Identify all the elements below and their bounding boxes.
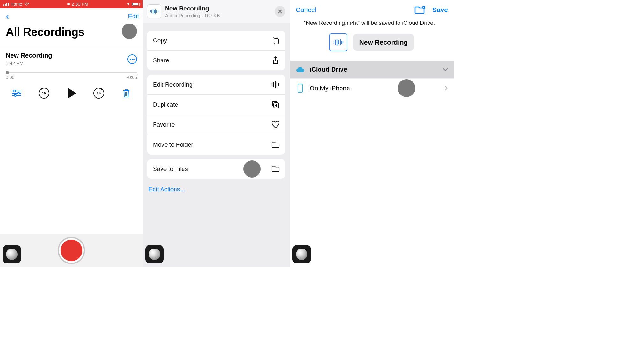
recording-name: New Recording <box>6 52 52 59</box>
action-share-label: Share <box>153 57 169 64</box>
copy-icon <box>271 36 280 45</box>
action-move-label: Move to Folder <box>153 141 193 148</box>
audio-file-icon <box>329 33 347 51</box>
scrubber-knob[interactable] <box>6 71 9 74</box>
folder-icon <box>271 165 280 173</box>
battery-icon <box>132 3 140 6</box>
action-edit-label: Edit Recording <box>153 81 193 88</box>
recording-indicator-icon <box>67 3 70 5</box>
delete-button[interactable] <box>119 86 134 101</box>
remaining-time: -0:06 <box>127 75 137 80</box>
share-sheet-screen: New Recording Audio Recording · 167 KB C… <box>143 0 290 267</box>
action-copy[interactable]: Copy <box>147 31 285 50</box>
file-name-field[interactable]: New Recording <box>353 34 414 51</box>
skip-back-label: 15 <box>42 91 46 95</box>
scrubber[interactable] <box>6 72 137 73</box>
voice-memos-screen: Home 2:30 PM ‹ Edit All Recordings New R… <box>0 0 143 267</box>
action-edit-recording[interactable]: Edit Recording <box>147 75 285 94</box>
edit-actions-button[interactable]: Edit Actions... <box>147 179 285 200</box>
action-copy-label: Copy <box>153 37 167 44</box>
save-description: “New Recording.m4a” will be saved to iCl… <box>290 17 454 32</box>
edit-button[interactable]: Edit <box>128 13 139 20</box>
status-time: 2:30 PM <box>72 2 88 7</box>
action-favorite-label: Favorite <box>153 121 175 128</box>
page-title: All Recordings <box>0 23 143 45</box>
svg-point-29 <box>300 91 301 92</box>
play-button[interactable] <box>64 86 79 101</box>
action-duplicate-label: Duplicate <box>153 101 178 108</box>
signal-bars-icon <box>3 3 9 6</box>
touch-indicator <box>122 24 137 39</box>
svg-point-5 <box>14 94 16 96</box>
play-icon <box>68 88 76 98</box>
assistive-touch-icon <box>6 248 18 260</box>
location-icloud-drive[interactable]: iCloud Drive <box>290 61 454 78</box>
more-options-button[interactable] <box>127 54 137 64</box>
svg-point-3 <box>14 90 16 92</box>
back-button[interactable]: ‹ <box>4 11 11 21</box>
action-save-label: Save to Files <box>153 165 188 172</box>
assistive-touch-button[interactable] <box>292 245 311 263</box>
touch-indicator <box>243 160 261 178</box>
action-save-to-files[interactable]: Save to Files <box>147 159 285 179</box>
touch-indicator <box>398 79 415 97</box>
waveform-icon <box>271 80 280 89</box>
save-to-files-screen: Cancel Save “New Recording.m4a” will be … <box>290 0 454 267</box>
wifi-icon <box>24 2 29 6</box>
location-icon <box>126 2 130 6</box>
assistive-touch-button[interactable] <box>3 245 21 263</box>
skip-fwd-label: 15 <box>97 91 101 95</box>
new-folder-button[interactable] <box>414 6 425 14</box>
save-button[interactable]: Save <box>432 6 448 14</box>
recording-item[interactable]: New Recording 1:42 PM 0:00 -0:06 15 15 <box>0 48 143 104</box>
chevron-right-icon <box>445 86 448 91</box>
location-iphone-label: On My iPhone <box>310 85 350 92</box>
playback-options-button[interactable] <box>9 86 24 101</box>
audio-thumbnail-icon <box>147 4 161 18</box>
svg-point-4 <box>18 92 19 94</box>
skip-back-button[interactable]: 15 <box>36 86 52 101</box>
sheet-subtitle: Audio Recording · 167 KB <box>165 13 220 18</box>
recording-timestamp: 1:42 PM <box>6 60 52 66</box>
cancel-button[interactable]: Cancel <box>296 6 316 14</box>
icloud-icon <box>296 66 305 73</box>
action-favorite[interactable]: Favorite <box>147 115 285 135</box>
svg-rect-13 <box>274 38 278 44</box>
sheet-title: New Recording <box>165 5 220 12</box>
assistive-touch-icon <box>296 248 307 260</box>
chevron-down-icon <box>443 68 448 71</box>
folder-icon <box>271 141 280 149</box>
skip-forward-button[interactable]: 15 <box>91 86 106 101</box>
status-bar: Home 2:30 PM <box>0 0 143 8</box>
iphone-icon <box>296 84 305 93</box>
heart-icon <box>271 121 280 129</box>
location-on-my-iphone[interactable]: On My iPhone <box>290 78 454 98</box>
duplicate-icon <box>271 101 280 109</box>
close-icon <box>278 9 282 14</box>
action-duplicate[interactable]: Duplicate <box>147 94 285 115</box>
sheet-header: New Recording Audio Recording · 167 KB <box>143 0 290 23</box>
location-icloud-label: iCloud Drive <box>310 66 347 73</box>
close-button[interactable] <box>275 6 285 17</box>
assistive-touch-icon <box>149 248 160 260</box>
action-share[interactable]: Share <box>147 50 285 70</box>
record-button[interactable] <box>59 238 84 263</box>
record-toolbar <box>0 234 143 267</box>
assistive-touch-button[interactable] <box>145 245 164 263</box>
elapsed-time: 0:00 <box>6 75 14 80</box>
share-icon <box>271 56 280 65</box>
file-preview: New Recording <box>290 32 454 61</box>
carrier-label: Home <box>11 2 22 7</box>
action-move-folder[interactable]: Move to Folder <box>147 135 285 155</box>
